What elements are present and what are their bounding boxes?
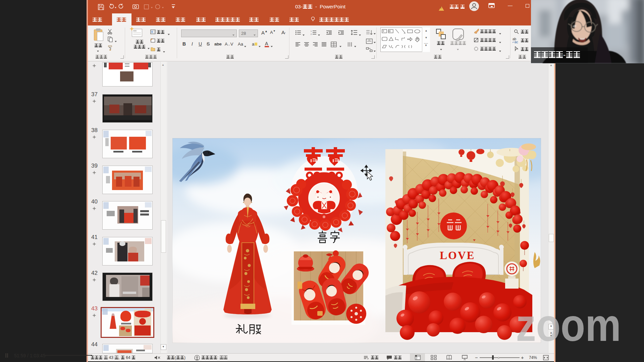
svg-text:LOVE: LOVE [440,249,475,261]
svg-text:1: 1 [311,30,312,32]
svg-text:2: 2 [311,33,312,35]
